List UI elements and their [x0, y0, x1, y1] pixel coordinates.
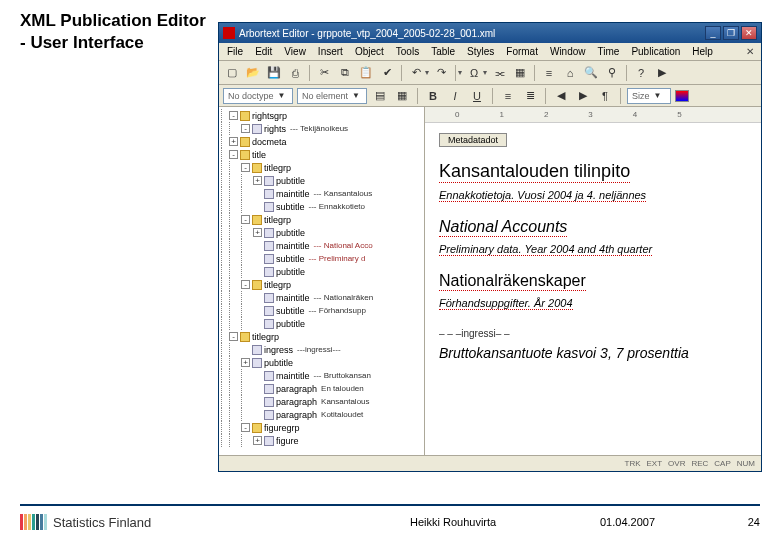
tree-node-paragraph[interactable]: paragraphKansantalous	[221, 395, 424, 408]
tree-node-pubtitle[interactable]: +pubtitle	[221, 174, 424, 187]
link-icon[interactable]: ⫘	[490, 64, 508, 82]
document-body[interactable]: Metadatadot Kansantalouden tilinpito Enn…	[425, 123, 761, 371]
undo-icon[interactable]: ↶	[407, 64, 425, 82]
print-icon[interactable]: ⎙	[286, 64, 304, 82]
menu-file[interactable]: File	[221, 44, 249, 59]
dropdown-icon[interactable]: ▾	[458, 68, 462, 77]
tag-icon[interactable]: ⌂	[561, 64, 579, 82]
close-button[interactable]: ✕	[741, 26, 757, 40]
tree-toggle-icon[interactable]: +	[253, 176, 262, 185]
tree-toggle-icon[interactable]: -	[229, 111, 238, 120]
menu-time[interactable]: Time	[592, 44, 626, 59]
ruler-icon[interactable]: ≡	[540, 64, 558, 82]
tree-node-subtitle[interactable]: subtitle--- Förhandsupp	[221, 304, 424, 317]
doc-close-icon[interactable]: ✕	[743, 45, 757, 59]
para-icon[interactable]: ¶	[596, 87, 614, 105]
tree-node-maintitle[interactable]: maintitle--- Kansantalous	[221, 187, 424, 200]
tree-toggle-icon[interactable]: +	[229, 137, 238, 146]
tree-node-subtitle[interactable]: subtitle--- Preliminary d	[221, 252, 424, 265]
paragraph-main[interactable]: Bruttokansantuote kasvoi 3, 7 prosenttia	[439, 345, 747, 361]
menu-insert[interactable]: Insert	[312, 44, 349, 59]
menu-edit[interactable]: Edit	[249, 44, 278, 59]
tree-node-titlegrp[interactable]: -titlegrp	[221, 330, 424, 343]
menu-tools[interactable]: Tools	[390, 44, 425, 59]
tree-node-pubtitle[interactable]: +pubtitle	[221, 226, 424, 239]
tree-toggle-icon[interactable]: +	[253, 436, 262, 445]
maximize-button[interactable]: ❐	[723, 26, 739, 40]
tree-node-titlegrp[interactable]: -titlegrp	[221, 213, 424, 226]
tree-node-figuregrp[interactable]: -figuregrp	[221, 421, 424, 434]
spell-icon[interactable]: ✔	[378, 64, 396, 82]
open-icon[interactable]: 📂	[244, 64, 262, 82]
new-icon[interactable]: ▢	[223, 64, 241, 82]
tree-pane[interactable]: -rightsgrp-rights--- Tekijänoikeus+docme…	[219, 107, 425, 455]
tree-toggle-icon[interactable]: -	[241, 163, 250, 172]
tree-toggle-icon[interactable]: -	[241, 423, 250, 432]
document-pane[interactable]: 012345 Metadatadot Kansantalouden tilinp…	[425, 107, 761, 455]
tree-toggle-icon[interactable]: -	[229, 332, 238, 341]
tree-node-ingress[interactable]: ingress---ingressi---	[221, 343, 424, 356]
tree-toggle-icon[interactable]: +	[253, 228, 262, 237]
tree-toggle-icon[interactable]: -	[229, 150, 238, 159]
tree-node-rightsgrp[interactable]: -rightsgrp	[221, 109, 424, 122]
tree-node-rights[interactable]: -rights--- Tekijänoikeus	[221, 122, 424, 135]
tree-node-paragraph[interactable]: paragraphKotitaloudet	[221, 408, 424, 421]
tree-node-docmeta[interactable]: +docmeta	[221, 135, 424, 148]
redo-icon[interactable]: ↷	[432, 64, 450, 82]
outdent-icon[interactable]: ◀	[552, 87, 570, 105]
subtitle-fi[interactable]: Ennakkotietoja. Vuosi 2004 ja 4. neljänn…	[439, 189, 646, 202]
heading-en[interactable]: National Accounts	[439, 218, 567, 237]
element-combo[interactable]: No element▼	[297, 88, 367, 104]
play-icon[interactable]: ▶	[653, 64, 671, 82]
doctype-combo[interactable]: No doctype▼	[223, 88, 293, 104]
tree-toggle-icon[interactable]: -	[241, 215, 250, 224]
menu-window[interactable]: Window	[544, 44, 592, 59]
tree-node-titlegrp[interactable]: -titlegrp	[221, 278, 424, 291]
tree-node-maintitle[interactable]: maintitle--- Bruttokansan	[221, 369, 424, 382]
dropdown-icon[interactable]: ▾	[425, 68, 429, 77]
size-combo[interactable]: Size▼	[627, 88, 671, 104]
find-icon[interactable]: 🔍	[582, 64, 600, 82]
omega-icon[interactable]: Ω	[465, 64, 483, 82]
tree-node-subtitle[interactable]: subtitle--- Ennakkotieto	[221, 200, 424, 213]
tree-node-pubtitle[interactable]: +pubtitle	[221, 356, 424, 369]
tree-toggle-icon[interactable]: -	[241, 124, 250, 133]
menu-format[interactable]: Format	[500, 44, 544, 59]
menu-object[interactable]: Object	[349, 44, 390, 59]
icon-btn[interactable]: ▤	[371, 87, 389, 105]
tree-toggle-icon[interactable]: -	[241, 280, 250, 289]
save-icon[interactable]: 💾	[265, 64, 283, 82]
menu-table[interactable]: Table	[425, 44, 461, 59]
metadata-button[interactable]: Metadatadot	[439, 133, 507, 147]
minimize-button[interactable]: _	[705, 26, 721, 40]
tree-node-titlegrp[interactable]: -titlegrp	[221, 161, 424, 174]
tree-node-title[interactable]: -title	[221, 148, 424, 161]
heading-fi[interactable]: Kansantalouden tilinpito	[439, 161, 630, 183]
heading-sv[interactable]: Nationalräkenskaper	[439, 272, 586, 291]
copy-icon[interactable]: ⧉	[336, 64, 354, 82]
zoom-icon[interactable]: ⚲	[603, 64, 621, 82]
tree-node-figure[interactable]: +figure	[221, 434, 424, 447]
list-icon[interactable]: ≡	[499, 87, 517, 105]
menu-help[interactable]: Help	[686, 44, 719, 59]
icon-btn[interactable]: ▦	[393, 87, 411, 105]
tree-node-maintitle[interactable]: maintitle--- National Acco	[221, 239, 424, 252]
dropdown-icon[interactable]: ▾	[483, 68, 487, 77]
subtitle-sv[interactable]: Förhandsuppgifter. År 2004	[439, 297, 573, 310]
menu-view[interactable]: View	[278, 44, 312, 59]
cut-icon[interactable]: ✂	[315, 64, 333, 82]
tree-node-maintitle[interactable]: maintitle--- Nationalräken	[221, 291, 424, 304]
help-icon[interactable]: ?	[632, 64, 650, 82]
list-icon[interactable]: ≣	[521, 87, 539, 105]
menu-publication[interactable]: Publication	[625, 44, 686, 59]
bold-button[interactable]: B	[424, 87, 442, 105]
table-icon[interactable]: ▦	[511, 64, 529, 82]
indent-icon[interactable]: ▶	[574, 87, 592, 105]
tree-toggle-icon[interactable]: +	[241, 358, 250, 367]
subtitle-en[interactable]: Preliminary data. Year 2004 and 4th quar…	[439, 243, 652, 256]
tree-node-pubtitle[interactable]: pubtitle	[221, 265, 424, 278]
paste-icon[interactable]: 📋	[357, 64, 375, 82]
tree-node-pubtitle[interactable]: pubtitle	[221, 317, 424, 330]
italic-button[interactable]: I	[446, 87, 464, 105]
underline-button[interactable]: U	[468, 87, 486, 105]
